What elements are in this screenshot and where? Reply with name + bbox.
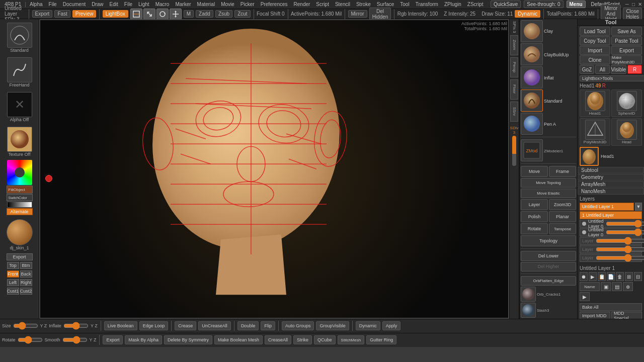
geometry-header[interactable]: Geometry: [578, 174, 644, 180]
menu-movie[interactable]: Movie: [218, 1, 237, 8]
dynamic-bottom-btn[interactable]: Dynamic: [356, 321, 380, 330]
layer-merge-btn[interactable]: ⊞: [625, 272, 633, 281]
tool-head1[interactable]: Head1: [580, 89, 610, 117]
del-higher-btn[interactable]: Del Higher: [521, 262, 576, 272]
menu-light[interactable]: Light: [136, 1, 152, 8]
layer-ctrl6[interactable]: ▶: [580, 292, 590, 301]
layer-name-edit[interactable]: 1 Untitled Layer: [580, 211, 642, 219]
size-slider[interactable]: [13, 323, 38, 328]
fill-color[interactable]: FillObject: [7, 186, 33, 194]
minimize-btn[interactable]: ─: [625, 2, 629, 7]
layer-paste-btn[interactable]: 📄: [607, 272, 615, 281]
left-btn[interactable]: Left: [7, 279, 19, 286]
layer-empty1[interactable]: Layer: [580, 237, 642, 245]
menu-stroke[interactable]: Stroke: [354, 1, 373, 8]
layer-empty3[interactable]: Layer: [580, 254, 642, 262]
r-btn[interactable]: R: [627, 65, 642, 74]
persp-btn[interactable]: Persp: [510, 57, 518, 77]
draw-mode-btn[interactable]: [130, 9, 142, 20]
layer-empty-slider1[interactable]: [596, 239, 644, 243]
orb-flatten-btn[interactable]: OrbFlatten_Edge: [521, 276, 576, 286]
paste-tool-btn[interactable]: Paste Tool: [611, 36, 642, 45]
make-boolean-mesh-btn[interactable]: Make Boolean Mesh: [214, 335, 263, 344]
menu-file2[interactable]: File: [122, 1, 135, 8]
menu-draw[interactable]: Draw: [89, 1, 106, 8]
menu-tool[interactable]: Tool: [397, 1, 412, 8]
layer-ctrl3[interactable]: ▣: [601, 282, 611, 291]
copy-tool-btn[interactable]: Copy Tool: [580, 36, 610, 45]
gradient-bar[interactable]: [7, 202, 32, 208]
goz-btn[interactable]: GoZ: [580, 65, 594, 74]
alpha-tool[interactable]: ✕ Alpha Off: [2, 90, 37, 124]
layer-0-item1[interactable]: Untitled Layer 0: [580, 220, 642, 228]
smooth-slider[interactable]: [62, 337, 88, 342]
layer-play-btn[interactable]: ▶: [589, 272, 597, 281]
menu-stencil[interactable]: Stencil: [333, 1, 353, 8]
menu-material[interactable]: Material: [195, 1, 218, 8]
group-visible-btn[interactable]: GroupVisible: [316, 321, 349, 330]
move-btn[interactable]: Move: [521, 166, 548, 177]
stroke-btn[interactable]: Strike: [293, 335, 312, 344]
pena-icon[interactable]: [521, 113, 543, 135]
zadd-btn[interactable]: Zadd: [196, 10, 213, 18]
layer-btn[interactable]: Layer: [521, 199, 548, 210]
arraymesh-header[interactable]: ArrayMesh: [578, 181, 644, 188]
all-btn[interactable]: All: [595, 65, 610, 74]
layer1-arrow[interactable]: ▼: [635, 203, 642, 211]
layer-split-btn[interactable]: ⊟: [634, 272, 642, 281]
layer0-slider1[interactable]: [606, 222, 644, 226]
scale-mode-btn[interactable]: [143, 9, 155, 20]
close-holes-btn[interactable]: Close Holes: [623, 8, 642, 21]
layer-empty-slider3[interactable]: [596, 256, 644, 260]
zoom-btn[interactable]: Zoom: [510, 35, 518, 55]
texture-tool[interactable]: Texture Off: [2, 125, 37, 158]
layer-empty-slider2[interactable]: [596, 247, 644, 251]
apply-btn[interactable]: Apply: [382, 321, 401, 330]
switch-color[interactable]: SwitchColor: [7, 194, 33, 201]
ssrv-btn[interactable]: SSrv: [510, 102, 518, 122]
double-btn[interactable]: Double: [237, 321, 259, 330]
gutter-ring-btn[interactable]: Gutter Ring: [366, 335, 396, 344]
move-mode-btn[interactable]: [170, 9, 182, 20]
right-btn[interactable]: Right: [20, 279, 32, 286]
material-tool[interactable]: dj_skin_1: [2, 218, 37, 252]
subtool-header[interactable]: Subtool: [578, 167, 644, 173]
crease-all-btn[interactable]: CreaseAll: [265, 335, 291, 344]
maximize-btn[interactable]: □: [632, 2, 635, 7]
orb-cracks-icon[interactable]: [521, 287, 536, 302]
sdiv-slider[interactable]: [512, 136, 516, 166]
floor-btn[interactable]: Floor: [510, 79, 518, 100]
tanspose-btn[interactable]: Tanspose: [549, 223, 576, 234]
frame-btn[interactable]: Frame: [549, 166, 576, 177]
qcube-btn[interactable]: QCube: [314, 335, 336, 344]
freehand-tool[interactable]: FreeHand: [2, 56, 37, 89]
menu-document[interactable]: Document: [60, 1, 89, 8]
layer-0-item2[interactable]: Untitled Layer 0: [580, 228, 642, 236]
crease-btn[interactable]: Crease: [175, 321, 196, 330]
export-btn[interactable]: Export: [32, 10, 53, 18]
flip-btn[interactable]: Flip: [261, 321, 275, 330]
menu-zplugin[interactable]: ZPlugin: [442, 1, 464, 8]
layer0-slider2[interactable]: [606, 230, 644, 234]
layer-name-btn[interactable]: Name: [580, 282, 600, 291]
menu-marker[interactable]: Marker: [173, 1, 193, 8]
menu-edit[interactable]: Edit: [107, 1, 121, 8]
nanomesh-header[interactable]: NanoMesh: [578, 188, 644, 195]
save-as-btn[interactable]: Save As: [611, 27, 642, 36]
menu-transform[interactable]: Transform: [413, 1, 441, 8]
menu-file[interactable]: File: [46, 1, 59, 8]
mirror-btn[interactable]: Mirror: [348, 10, 367, 18]
layer-delete-btn[interactable]: 🗑: [616, 272, 624, 281]
menu-preferences[interactable]: Preferences: [258, 1, 290, 8]
menu-script[interactable]: Script: [313, 1, 332, 8]
dynamic-btn[interactable]: Dynamic: [515, 10, 540, 18]
quicksave-btn[interactable]: QuickSave: [491, 1, 521, 8]
head1-tiny-icon[interactable]: [580, 147, 599, 166]
back-btn[interactable]: Back: [20, 270, 32, 278]
color-wheel[interactable]: [7, 160, 32, 185]
menu-zscript[interactable]: ZScript: [465, 1, 486, 8]
standard-icon[interactable]: [521, 89, 543, 112]
mdd-special-btn[interactable]: MDD Special: [611, 312, 642, 319]
layer-rec-btn[interactable]: ⏺: [580, 272, 588, 281]
topology-btn[interactable]: Topology: [521, 235, 576, 246]
